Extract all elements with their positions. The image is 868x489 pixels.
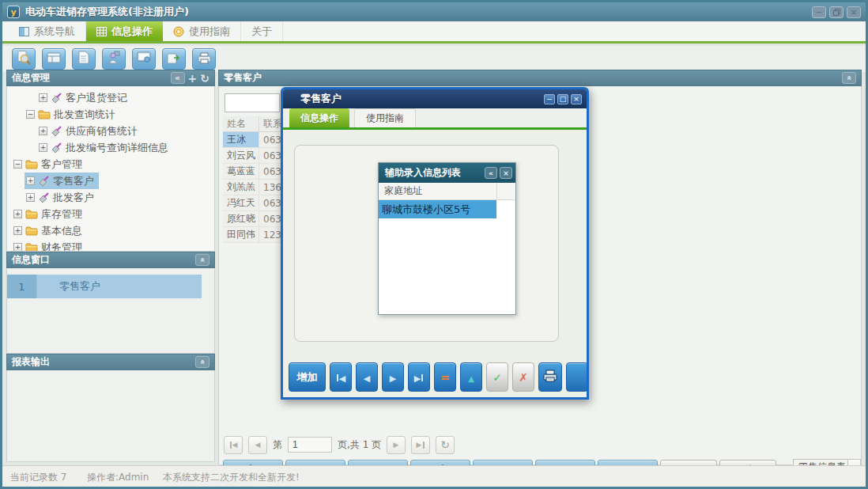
expand-toggle-icon[interactable]: +	[39, 93, 47, 102]
dialog-tab-1[interactable]: 使用指南	[354, 108, 416, 127]
expand-toggle-icon[interactable]: +	[13, 243, 22, 252]
expand-toggle-icon[interactable]: +	[26, 193, 35, 202]
next-button[interactable]: ▶	[382, 362, 404, 392]
menu-tab-label: 信息操作	[111, 25, 153, 39]
tree-item-9[interactable]: +财务管理	[12, 239, 87, 252]
tree-item-0[interactable]: +客户退货登记	[37, 89, 132, 106]
report-output-title: 报表输出	[12, 355, 50, 369]
dialog-minimize-button[interactable]: −	[544, 94, 555, 104]
tree-item-5[interactable]: +零售客户	[25, 172, 99, 189]
page-last-button[interactable]: ▶	[411, 436, 430, 454]
close-button[interactable]: ×	[847, 6, 861, 18]
first-button[interactable]: ◀	[330, 362, 352, 392]
tree-item-6[interactable]: +批发客户	[25, 189, 99, 206]
menu-tab-1[interactable]: 信息操作	[86, 21, 163, 41]
tree-item-2[interactable]: +供应商销售统计	[37, 123, 142, 139]
collapse-left-icon[interactable]: «	[171, 72, 185, 84]
app-window: y 电动车进销存管理系统(非注册用户) − × 系统导航信息操作使用指南关于 信…	[0, 0, 868, 489]
open-windows-list: 1零售客户	[6, 268, 215, 354]
check-button[interactable]: ✓	[486, 362, 508, 392]
export-button[interactable]	[162, 48, 186, 70]
page-refresh-button[interactable]: ↻	[436, 436, 455, 454]
record-count-text: 当前记录数 7	[10, 471, 66, 484]
prev-button[interactable]: ◀	[356, 362, 378, 392]
up-button[interactable]: ▲	[460, 362, 482, 392]
cross-button[interactable]: ✗	[512, 362, 534, 392]
filter-input[interactable]	[225, 93, 280, 112]
tree-item-4[interactable]: −客户管理	[12, 156, 87, 172]
refresh-tree-icon[interactable]: ↻	[200, 73, 209, 84]
check-icon: ✓	[492, 370, 502, 385]
tree-item-label: 供应商销售统计	[66, 124, 138, 138]
title-bar: y 电动车进销存管理系统(非注册用户) − ×	[2, 2, 866, 21]
first-icon: ◀	[336, 370, 345, 385]
expand-toggle-icon[interactable]: +	[13, 210, 22, 218]
dialog-maximize-button[interactable]: □	[557, 94, 568, 104]
search-button[interactable]	[12, 48, 36, 70]
next-icon: ▶	[390, 370, 396, 385]
prev-icon: ◀	[364, 370, 370, 385]
open-window-item[interactable]: 1零售客户	[7, 275, 202, 298]
collapse-up-icon[interactable]: «	[195, 356, 209, 368]
window-item-label: 零售客户	[37, 275, 202, 298]
printer-icon	[197, 51, 212, 67]
add-button[interactable]: 增加	[289, 362, 326, 392]
minus-button[interactable]: =	[434, 362, 456, 392]
address-row[interactable]: 聊城市鼓楼小区5号	[379, 200, 496, 218]
popup-close-icon[interactable]: ×	[500, 167, 512, 179]
dialog-toolbar: 增加◀◀▶▶=▲✓✗	[289, 362, 588, 392]
address-column-header: 家庭地址	[379, 183, 496, 199]
page-number-input[interactable]	[288, 437, 332, 453]
collapse-up-icon[interactable]: «	[195, 254, 209, 266]
tool-icon	[51, 142, 62, 154]
collapse-toggle-icon[interactable]: −	[13, 160, 22, 169]
expand-toggle-icon[interactable]: +	[13, 226, 22, 235]
folder-icon	[25, 226, 38, 236]
menu-tab-0[interactable]: 系统导航	[9, 21, 86, 41]
dialog-tab-bar: 信息操作使用指南	[283, 108, 587, 130]
tree-item-1[interactable]: −批发查询统计	[25, 106, 120, 123]
page-next-button[interactable]: ▶	[387, 436, 406, 454]
column-header-name[interactable]: 姓名	[223, 116, 259, 131]
dialog-tab-0[interactable]: 信息操作	[289, 108, 349, 127]
expand-toggle-icon[interactable]: +	[26, 176, 35, 185]
user-button[interactable]	[102, 48, 126, 70]
add-node-icon[interactable]: +	[188, 73, 198, 84]
monitor-button[interactable]	[132, 48, 156, 70]
collapse-up-icon[interactable]: «	[842, 72, 856, 84]
expand-toggle-icon[interactable]: +	[39, 143, 47, 152]
last-button[interactable]: ▶	[408, 362, 430, 392]
window-title: 电动车进销存管理系统(非注册用户)	[25, 5, 189, 19]
up-icon: ▲	[468, 370, 474, 385]
folder-icon	[25, 159, 38, 169]
collapse-toggle-icon[interactable]: −	[26, 110, 35, 119]
dialog-close-button[interactable]: ×	[571, 94, 582, 104]
tree-item-3[interactable]: +批发编号查询详细信息	[37, 139, 173, 156]
navigation-tree: +客户退货登记−批发查询统计+供应商销售统计+批发编号查询详细信息−客户管理+零…	[6, 86, 215, 252]
popup-collapse-icon[interactable]: «	[485, 167, 497, 179]
document-button[interactable]	[72, 48, 96, 70]
page-first-button[interactable]: ◀	[224, 436, 243, 454]
menu-tab-label: 关于	[251, 25, 272, 39]
printer-button[interactable]	[192, 48, 216, 70]
clipped-button[interactable]	[566, 362, 588, 392]
expand-toggle-icon[interactable]: +	[39, 127, 47, 135]
dialog-tab-label: 信息操作	[300, 112, 338, 125]
popup-rows: 聊城市鼓楼小区5号	[379, 200, 515, 218]
menu-tab-3[interactable]: 关于	[241, 21, 283, 41]
print-button[interactable]	[538, 362, 562, 392]
menu-tab-2[interactable]: 使用指南	[163, 21, 241, 41]
tree-item-label: 批发编号查询详细信息	[66, 141, 168, 155]
tree-item-label: 基本信息	[41, 224, 82, 238]
report-output-panel-header: 报表输出 «	[6, 354, 215, 370]
minimize-button[interactable]: −	[812, 6, 826, 18]
restore-button[interactable]	[829, 6, 843, 18]
page-prev-button[interactable]: ◀	[248, 436, 267, 454]
tree-item-8[interactable]: +基本信息	[12, 222, 87, 239]
cell-name: 王冰	[223, 132, 259, 147]
tree-item-7[interactable]: +库存管理	[12, 206, 87, 222]
retail-customer-dialog: 零售客户 − □ × 信息操作使用指南 辅助录入信息列表 « × 家庭地址 聊城…	[281, 87, 589, 400]
pagination-bar: ◀◀第页,共 1 页▶▶↻	[224, 434, 455, 455]
grid-icon	[96, 27, 107, 36]
report-button[interactable]	[42, 48, 66, 70]
